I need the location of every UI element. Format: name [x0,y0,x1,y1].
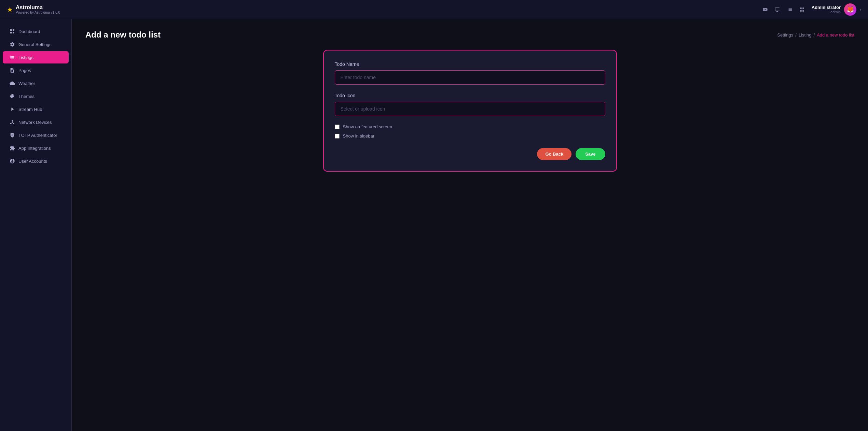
sidebar-item-label: Pages [18,68,31,73]
show-sidebar-label: Show in sidebar [343,133,375,139]
logo-area: ★ Astroluma Powered by Astroluma v1.0.0 [7,4,60,14]
monitor-icon[interactable] [773,5,782,14]
sidebar-item-totp-authenticator[interactable]: TOTP Authenticator [3,129,69,141]
sidebar-item-label: Network Devices [18,120,52,125]
sidebar-item-label: User Accounts [18,159,47,164]
page-title: Add a new todo list [85,30,161,40]
avatar: 🦊 [844,3,856,16]
grid-icon[interactable] [798,5,806,14]
app-name: Astroluma [16,4,60,11]
sidebar-item-stream-hub[interactable]: Stream Hub [3,103,69,115]
sidebar-item-label: TOTP Authenticator [18,133,57,138]
breadcrumb-sep-2: / [814,32,815,38]
content-area: Add a new todo list Settings / Listing /… [72,19,868,431]
breadcrumb-sep-1: / [795,32,797,38]
show-sidebar-checkbox[interactable] [335,134,340,139]
sidebar-item-weather[interactable]: Weather [3,77,69,89]
show-featured-checkbox[interactable] [335,125,340,129]
show-featured-label: Show on featured screen [343,124,392,129]
sidebar-item-label: Dashboard [18,29,40,34]
user-role: admin [812,10,841,14]
todo-name-input[interactable] [335,70,605,85]
form-actions: Go Back Save [335,148,605,160]
sidebar-item-network-devices[interactable]: Network Devices [3,116,69,128]
sidebar-item-general-settings[interactable]: General Settings [3,38,69,51]
todo-name-group: Todo Name [335,61,605,85]
sidebar-item-label: Themes [18,94,35,99]
network-icon [10,119,15,125]
page-header: Add a new todo list Settings / Listing /… [85,30,854,40]
chevron-right-icon: › [860,7,861,12]
file-icon [10,68,15,73]
save-button[interactable]: Save [576,148,605,160]
sidebar-item-label: Stream Hub [18,107,42,112]
breadcrumb: Settings / Listing / Add a new todo list [777,32,854,38]
sidebar-item-app-integrations[interactable]: App Integrations [3,142,69,154]
todo-icon-input[interactable] [335,102,605,116]
go-back-button[interactable]: Go Back [537,148,571,160]
topbar-right: Administrator admin 🦊 › [761,3,861,16]
sidebar-item-label: Weather [18,81,35,86]
palette-icon [10,94,15,99]
user-name: Administrator [812,5,841,10]
checkbox-group: Show on featured screen Show in sidebar [335,124,605,139]
logo-star-icon: ★ [7,5,13,14]
show-sidebar-checkbox-item[interactable]: Show in sidebar [335,133,605,139]
topbar: ★ Astroluma Powered by Astroluma v1.0.0 [0,0,868,19]
sidebar-item-pages[interactable]: Pages [3,64,69,76]
breadcrumb-current: Add a new todo list [817,32,854,38]
gear-icon [10,42,15,47]
breadcrumb-settings[interactable]: Settings [777,32,793,38]
shield-icon [10,132,15,138]
main-layout: Dashboard General Settings Listings Page… [0,19,868,431]
form-card: Todo Name Todo Icon Show on featured scr… [323,50,617,172]
play-icon [10,106,15,112]
sidebar-item-dashboard[interactable]: Dashboard [3,25,69,38]
todo-icon-label: Todo Icon [335,93,605,98]
app-powered-by: Powered by Astroluma v1.0.0 [16,11,60,14]
puzzle-icon [10,145,15,151]
sidebar-item-label: App Integrations [18,146,51,151]
user-text: Administrator admin [812,5,841,14]
sidebar-item-label: General Settings [18,42,52,47]
sidebar: Dashboard General Settings Listings Page… [0,19,72,431]
list-icon[interactable] [786,5,794,14]
logo-text-group: Astroluma Powered by Astroluma v1.0.0 [16,4,60,14]
sidebar-item-user-accounts[interactable]: User Accounts [3,155,69,167]
topbar-icons-group [761,5,806,14]
cloud-icon [10,81,15,86]
youtube-icon[interactable] [761,5,769,14]
list-icon [10,55,15,60]
sidebar-item-listings[interactable]: Listings [3,51,69,63]
sidebar-item-label: Listings [18,55,33,60]
sidebar-item-themes[interactable]: Themes [3,90,69,102]
user-info[interactable]: Administrator admin 🦊 › [812,3,861,16]
todo-name-label: Todo Name [335,61,605,67]
breadcrumb-listing[interactable]: Listing [799,32,812,38]
show-featured-checkbox-item[interactable]: Show on featured screen [335,124,605,129]
grid-icon [10,29,15,34]
user-circle-icon [10,158,15,164]
todo-icon-group: Todo Icon [335,93,605,116]
